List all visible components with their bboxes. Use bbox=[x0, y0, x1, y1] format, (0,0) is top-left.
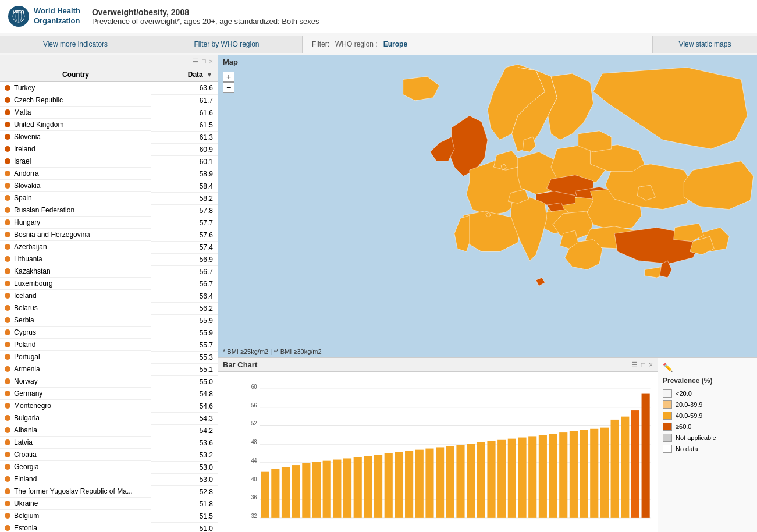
table-row[interactable]: Lithuania 56.9 bbox=[0, 253, 218, 265]
table-row[interactable]: Montenegro 54.6 bbox=[0, 400, 218, 412]
country-name: Montenegro bbox=[14, 402, 51, 410]
table-row[interactable]: Israel 60.1 bbox=[0, 155, 218, 168]
table-expand-icon[interactable]: □ bbox=[202, 58, 206, 65]
header: WHO World Health Organization Overweight… bbox=[0, 0, 757, 33]
svg-rect-44 bbox=[477, 442, 485, 518]
svg-rect-50 bbox=[539, 435, 547, 518]
data-column-header: Data ▼ bbox=[151, 68, 218, 81]
data-dot bbox=[5, 232, 10, 237]
table-row[interactable]: Spain 58.2 bbox=[0, 192, 218, 204]
table-row[interactable]: Belarus 56.2 bbox=[0, 302, 218, 314]
data-dot bbox=[5, 183, 10, 189]
table-row[interactable]: Ukraine 51.8 bbox=[0, 498, 218, 510]
table-row[interactable]: Germany 54.8 bbox=[0, 388, 218, 400]
legend-item: No data bbox=[663, 445, 752, 453]
svg-text:40: 40 bbox=[251, 476, 257, 483]
table-row[interactable]: Czech Republic 61.7 bbox=[0, 94, 218, 107]
country-name: Serbia bbox=[14, 316, 34, 324]
filter-value: Europe bbox=[383, 40, 407, 48]
country-name: Malta bbox=[14, 108, 31, 116]
table-row[interactable]: Iceland 56.4 bbox=[0, 290, 218, 302]
table-row[interactable]: Andorra 58.9 bbox=[0, 168, 218, 180]
table-row[interactable]: United Kingdom 61.5 bbox=[0, 119, 218, 131]
country-name: Czech Republic bbox=[14, 96, 63, 104]
who-logo-icon: WHO bbox=[7, 5, 30, 28]
data-dot bbox=[5, 501, 10, 506]
table-row[interactable]: Georgia 53.0 bbox=[0, 461, 218, 473]
table-row[interactable]: Serbia 55.9 bbox=[0, 314, 218, 327]
svg-rect-42 bbox=[456, 445, 464, 518]
table-row[interactable]: Portugal 55.3 bbox=[0, 351, 218, 363]
data-cell: 53.6 bbox=[151, 437, 218, 449]
legend-color-box bbox=[663, 389, 672, 398]
table-row[interactable]: Kazakhstan 56.7 bbox=[0, 265, 218, 278]
table-row[interactable]: Bulgaria 54.3 bbox=[0, 412, 218, 424]
data-dot bbox=[5, 122, 10, 127]
right-panel: Map + − bbox=[218, 55, 757, 532]
data-dot bbox=[5, 329, 10, 335]
view-static-maps-button[interactable]: View static maps bbox=[652, 36, 757, 53]
data-cell: 55.0 bbox=[151, 375, 218, 388]
country-cell: Latvia bbox=[0, 437, 151, 449]
table-row[interactable]: Norway 55.0 bbox=[0, 375, 218, 388]
table-row[interactable]: Belgium 51.5 bbox=[0, 510, 218, 522]
table-row[interactable]: Malta 61.6 bbox=[0, 107, 218, 119]
country-cell: Slovenia bbox=[0, 131, 151, 143]
view-indicators-button[interactable]: View more indicators bbox=[0, 36, 151, 53]
table-close-icon[interactable]: × bbox=[209, 58, 213, 65]
data-cell: 51.0 bbox=[151, 522, 218, 532]
sort-arrow-icon[interactable]: ▼ bbox=[206, 70, 213, 79]
svg-rect-24 bbox=[271, 469, 279, 517]
bar-chart-expand-icon[interactable]: □ bbox=[641, 361, 645, 369]
table-row[interactable]: The former Yugoslav Republic of Ma... 52… bbox=[0, 485, 218, 498]
table-row[interactable]: Luxembourg 56.7 bbox=[0, 278, 218, 290]
data-dot bbox=[5, 525, 10, 531]
table-row[interactable]: Ireland 60.9 bbox=[0, 143, 218, 155]
country-name: Norway bbox=[14, 377, 38, 385]
country-cell: Finland bbox=[0, 473, 151, 485]
data-cell: 56.9 bbox=[151, 253, 218, 265]
table-row[interactable]: Russian Federation 57.8 bbox=[0, 204, 218, 217]
svg-text:36: 36 bbox=[251, 494, 257, 501]
zoom-out-button[interactable]: − bbox=[223, 82, 234, 93]
svg-rect-31 bbox=[343, 458, 351, 517]
table-row[interactable]: Armenia 55.1 bbox=[0, 363, 218, 375]
svg-rect-29 bbox=[323, 461, 331, 518]
svg-rect-34 bbox=[374, 455, 382, 518]
country-cell: Croatia bbox=[0, 449, 151, 461]
data-dot bbox=[5, 244, 10, 250]
country-cell: Turkey bbox=[0, 82, 151, 94]
table-row[interactable]: Estonia 51.0 bbox=[0, 522, 218, 532]
zoom-in-button[interactable]: + bbox=[223, 72, 234, 82]
table-row[interactable]: Hungary 57.7 bbox=[0, 217, 218, 229]
map-note: * BMI ≥25kg/m2 | ** BMI ≥30kg/m2 bbox=[223, 348, 322, 355]
country-cell: Azerbaijan bbox=[0, 241, 151, 253]
table-row[interactable]: Albania 54.2 bbox=[0, 424, 218, 437]
table-row[interactable]: Bosnia and Herzegovina 57.6 bbox=[0, 229, 218, 241]
table-row[interactable]: Turkey 63.6 bbox=[0, 81, 218, 94]
table-row[interactable]: Slovenia 61.3 bbox=[0, 131, 218, 143]
left-panel: ☰ □ × Country Data ▼ bbox=[0, 55, 218, 532]
filter-who-region-button[interactable]: Filter by WHO region bbox=[151, 36, 303, 53]
data-cell: 58.4 bbox=[151, 180, 218, 192]
svg-rect-41 bbox=[446, 446, 454, 518]
table-row[interactable]: Azerbaijan 57.4 bbox=[0, 241, 218, 253]
table-header-bar: ☰ □ × bbox=[0, 55, 218, 68]
data-dot bbox=[5, 219, 10, 225]
table-row[interactable]: Finland 53.0 bbox=[0, 473, 218, 485]
table-row[interactable]: Croatia 53.2 bbox=[0, 449, 218, 461]
svg-text:52: 52 bbox=[251, 420, 257, 427]
svg-rect-27 bbox=[302, 463, 310, 518]
data-cell: 56.4 bbox=[151, 290, 218, 302]
table-row[interactable]: Slovakia 58.4 bbox=[0, 180, 218, 192]
table-row[interactable]: Latvia 53.6 bbox=[0, 437, 218, 449]
table-menu-icon[interactable]: ☰ bbox=[193, 58, 198, 65]
legend-pencil-icon[interactable]: ✏️ bbox=[663, 363, 673, 372]
legend-label: <20.0 bbox=[676, 390, 692, 397]
bar-chart-menu-icon[interactable]: ☰ bbox=[631, 361, 638, 369]
bar-chart-close-icon[interactable]: × bbox=[649, 361, 653, 369]
table-row[interactable]: Poland 55.7 bbox=[0, 339, 218, 351]
legend-label: ≥60.0 bbox=[676, 423, 691, 430]
table-row[interactable]: Cyprus 55.9 bbox=[0, 327, 218, 339]
map-zoom-controls: + − bbox=[223, 72, 234, 93]
